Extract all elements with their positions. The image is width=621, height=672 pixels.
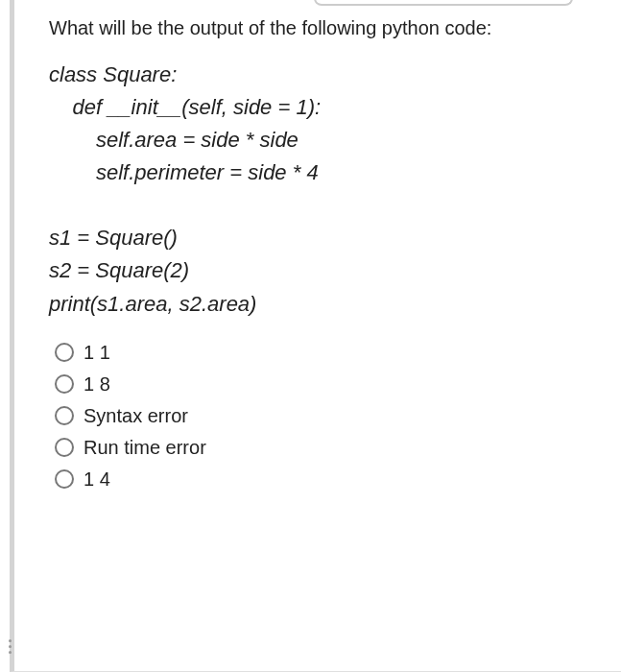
code-line: print(s1.area, s2.area)	[49, 288, 592, 321]
option-1[interactable]: 1 1	[55, 342, 592, 364]
radio-icon[interactable]	[55, 374, 74, 394]
code-line: s1 = Square()	[49, 222, 592, 254]
code-line: def __init__(self, side = 1):	[49, 91, 592, 124]
option-label: 1 4	[84, 468, 110, 491]
decorative-curve	[314, 0, 573, 6]
option-3[interactable]: Syntax error	[55, 405, 592, 427]
option-label: Run time error	[84, 437, 206, 459]
option-label: Syntax error	[84, 405, 188, 427]
option-label: 1 1	[84, 342, 110, 364]
drag-handle-icon	[9, 639, 12, 654]
option-label: 1 8	[84, 373, 110, 396]
code-line: s2 = Square(2)	[49, 254, 592, 287]
code-line: self.perimeter = side * 4	[49, 156, 592, 189]
code-line: self.area = side * side	[49, 124, 592, 156]
radio-icon[interactable]	[55, 469, 74, 489]
option-2[interactable]: 1 8	[55, 373, 592, 396]
radio-icon[interactable]	[55, 438, 74, 457]
option-4[interactable]: Run time error	[55, 437, 592, 459]
radio-icon[interactable]	[55, 343, 74, 362]
answer-options: 1 1 1 8 Syntax error Run time error 1 4	[49, 342, 592, 491]
question-card: What will be the output of the following…	[10, 0, 621, 672]
question-prompt: What will be the output of the following…	[49, 17, 592, 39]
option-5[interactable]: 1 4	[55, 468, 592, 491]
radio-icon[interactable]	[55, 406, 74, 425]
code-block-usage: s1 = Square() s2 = Square(2) print(s1.ar…	[49, 222, 592, 320]
code-block-class: class Square: def __init__(self, side = …	[49, 59, 592, 189]
code-line: class Square:	[49, 59, 592, 91]
